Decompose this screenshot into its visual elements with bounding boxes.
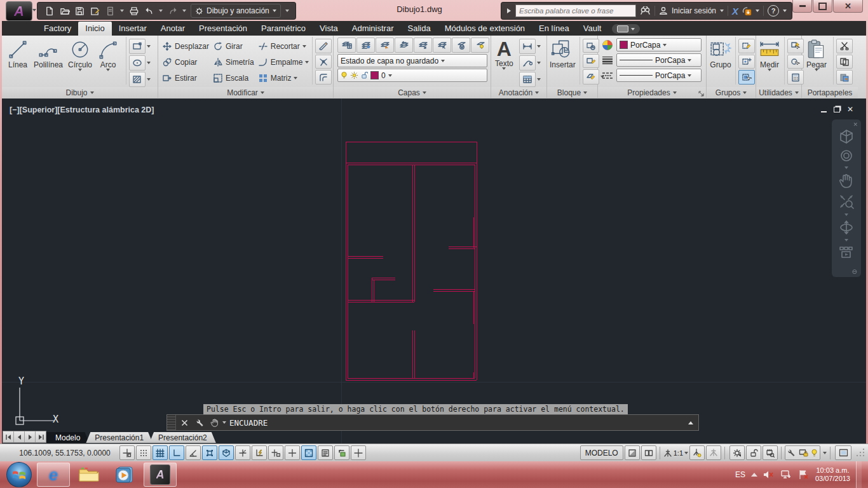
panel-label-propiedades[interactable]: Propiedades <box>598 87 706 98</box>
object-color-dropdown[interactable]: PorCapa <box>616 38 702 51</box>
layer-properties-button[interactable] <box>337 37 356 53</box>
navbar-zoom-caret-icon[interactable] <box>844 214 848 216</box>
text-caret-icon[interactable] <box>502 67 506 70</box>
line-button[interactable]: Línea <box>7 37 29 69</box>
layer-unlock-icon[interactable] <box>361 71 368 79</box>
quick-view-layouts-button[interactable] <box>625 445 640 460</box>
toggle-snap[interactable] <box>136 445 151 460</box>
command-customize-wrench-icon[interactable] <box>193 416 207 430</box>
qat-customize-caret-icon[interactable] <box>285 10 289 12</box>
print-button[interactable] <box>128 6 139 17</box>
command-grip-handle[interactable] <box>167 415 176 430</box>
navbar-orbit-caret-icon[interactable] <box>844 239 848 241</box>
array-caret-icon[interactable] <box>294 77 297 79</box>
redo-caret-icon[interactable] <box>182 10 186 12</box>
hardware-acceleration-button[interactable] <box>763 445 778 460</box>
tab-administrar[interactable]: Administrar <box>345 22 401 36</box>
panel-label-grupos[interactable]: Grupos <box>707 87 756 98</box>
layer-color-swatch[interactable] <box>370 71 379 79</box>
maximize-button[interactable] <box>813 0 832 13</box>
circle-caret-icon[interactable] <box>78 69 82 71</box>
toggle-selection-cycling[interactable] <box>334 445 349 460</box>
navbar-collapse-icon[interactable]: ⊖ <box>852 268 857 275</box>
layer-current-button[interactable] <box>376 37 394 53</box>
panel-label-capas[interactable]: Capas <box>334 87 491 98</box>
paste-special-button[interactable] <box>836 70 853 85</box>
new-drawing-button[interactable] <box>44 6 55 17</box>
comm-caret-icon[interactable] <box>756 10 759 12</box>
rectangle-caret-icon[interactable] <box>147 45 151 48</box>
annotation-scale-button[interactable]: 1:1 <box>663 449 688 458</box>
command-input[interactable]: ENCUADRE <box>207 415 688 430</box>
dimension-caret-icon[interactable] <box>537 45 541 48</box>
panel-label-dibujo[interactable]: Dibujo <box>2 87 158 98</box>
language-indicator[interactable]: ES <box>735 470 745 479</box>
toggle-lineweight[interactable] <box>285 445 300 460</box>
workspace-switcher[interactable]: Dibujo y anotación <box>191 4 281 18</box>
erase-button[interactable] <box>315 39 332 53</box>
help-icon[interactable]: ? <box>768 5 779 17</box>
layer-previous-button[interactable] <box>395 37 413 53</box>
plot-preview-button[interactable] <box>105 6 116 17</box>
dimension-button[interactable] <box>519 39 536 54</box>
layer-match-button[interactable] <box>356 37 375 53</box>
panel-label-modificar[interactable]: Modificar <box>158 87 333 98</box>
taskbar-internet-explorer[interactable]: e <box>37 463 70 487</box>
leader-caret-icon[interactable] <box>537 62 541 64</box>
tab-anotar[interactable]: Anotar <box>154 22 192 36</box>
toggle-otrack[interactable] <box>235 445 250 460</box>
sign-in-button[interactable]: Iniciar sesión <box>672 6 716 15</box>
layer-state-dropdown[interactable]: Estado de capa no guardado <box>337 54 487 67</box>
trim-caret-icon[interactable] <box>302 45 306 48</box>
group-edit-button[interactable] <box>738 55 755 69</box>
table-caret-icon[interactable] <box>537 78 541 81</box>
layer-unisolate-button[interactable] <box>433 37 451 53</box>
arc-caret-icon[interactable] <box>106 69 110 71</box>
navbar-fullnav-wheel-icon[interactable] <box>838 128 855 145</box>
open-button[interactable] <box>59 6 70 17</box>
paste-button[interactable]: Pegar <box>806 37 827 71</box>
tab-en-linea[interactable]: En línea <box>532 22 576 36</box>
panel-label-portapapeles[interactable]: Portapapeles <box>802 87 858 98</box>
navbar-pan-hand-icon[interactable] <box>839 173 854 189</box>
paste-caret-icon[interactable] <box>815 69 818 71</box>
quick-view-drawings-button[interactable] <box>641 445 656 460</box>
array-button[interactable]: Matriz <box>258 70 311 86</box>
attribute-edit-button[interactable] <box>583 69 599 85</box>
cut-button[interactable] <box>836 39 853 53</box>
rectangle-button[interactable] <box>129 39 146 54</box>
plot-preview-caret-icon[interactable] <box>120 10 124 12</box>
command-close-button[interactable] <box>177 416 191 430</box>
show-desktop-button[interactable] <box>856 461 862 488</box>
save-button[interactable] <box>74 6 85 17</box>
toggle-dynamic-input[interactable] <box>268 445 283 460</box>
start-button[interactable] <box>6 462 32 487</box>
clock[interactable]: 10:03 a.m. 03/07/2013 <box>815 466 850 483</box>
rotate-button[interactable]: Girar <box>213 38 255 54</box>
model-space-button[interactable]: MODELO <box>580 445 623 460</box>
statusbar-resize-grip[interactable] <box>855 449 864 458</box>
group-button[interactable]: Grupo <box>709 37 732 69</box>
toggle-polar[interactable] <box>186 445 201 460</box>
status-bulb-icon[interactable] <box>811 449 818 458</box>
tab-presentacion1[interactable]: Presentación1 <box>86 432 153 443</box>
navbar-close-icon[interactable]: ✕ <box>853 121 858 128</box>
tab-presentacion2[interactable]: Presentación2 <box>149 432 216 443</box>
tab-modelo[interactable]: Modelo <box>46 432 89 443</box>
application-menu-caret-icon[interactable] <box>32 9 36 11</box>
tab-factory[interactable]: Factory <box>37 22 78 36</box>
toggle-dynamic-ucs[interactable] <box>252 445 267 460</box>
toggle-osnap[interactable] <box>202 445 217 460</box>
workspace-switch-button[interactable] <box>729 445 745 460</box>
status-wrench-icon[interactable] <box>787 449 796 458</box>
annotation-visibility-button[interactable] <box>689 445 705 460</box>
ellipse-button[interactable] <box>129 55 146 71</box>
ellipse-caret-icon[interactable] <box>147 62 151 64</box>
fillet-caret-icon[interactable] <box>305 61 309 64</box>
clean-screen-button[interactable] <box>835 445 851 460</box>
command-line[interactable]: ENCUADRE <box>166 414 699 431</box>
taskbar-file-explorer[interactable] <box>72 463 105 487</box>
drawing-close-icon[interactable]: ✕ <box>847 105 853 113</box>
next-layout-button[interactable] <box>25 431 36 442</box>
dialog-launcher-icon[interactable] <box>698 91 704 97</box>
